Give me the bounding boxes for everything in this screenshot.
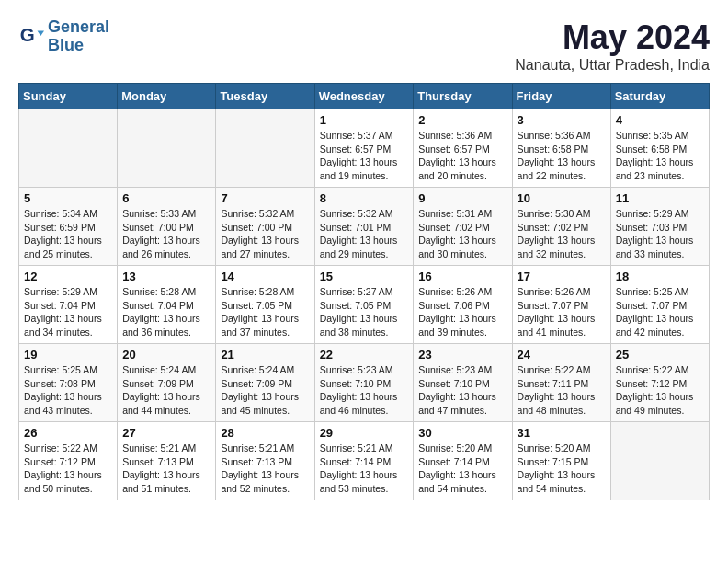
calendar-cell: 6Sunrise: 5:33 AM Sunset: 7:00 PM Daylig…: [118, 188, 216, 266]
day-info: Sunrise: 5:25 AM Sunset: 7:08 PM Dayligh…: [24, 363, 112, 418]
calendar-cell: 21Sunrise: 5:24 AM Sunset: 7:09 PM Dayli…: [216, 344, 314, 422]
month-title: May 2024: [515, 18, 710, 57]
day-number: 31: [518, 426, 606, 440]
calendar-cell: 28Sunrise: 5:21 AM Sunset: 7:13 PM Dayli…: [216, 422, 314, 500]
calendar-cell: [610, 422, 709, 500]
weekday-header-row: SundayMondayTuesdayWednesdayThursdayFrid…: [19, 84, 710, 109]
day-number: 10: [518, 191, 606, 205]
day-number: 16: [418, 270, 506, 283]
day-info: Sunrise: 5:36 AM Sunset: 6:58 PM Dayligh…: [518, 129, 606, 183]
calendar-cell: 12Sunrise: 5:29 AM Sunset: 7:04 PM Dayli…: [19, 266, 118, 344]
logo-blue: Blue: [48, 37, 109, 55]
day-number: 11: [616, 191, 704, 205]
calendar-cell: 15Sunrise: 5:27 AM Sunset: 7:05 PM Dayli…: [314, 266, 414, 344]
day-info: Sunrise: 5:32 AM Sunset: 7:00 PM Dayligh…: [221, 207, 309, 261]
day-info: Sunrise: 5:26 AM Sunset: 7:07 PM Dayligh…: [518, 285, 606, 339]
day-number: 3: [518, 113, 606, 127]
day-info: Sunrise: 5:21 AM Sunset: 7:13 PM Dayligh…: [221, 442, 309, 496]
calendar-cell: 18Sunrise: 5:25 AM Sunset: 7:07 PM Dayli…: [610, 266, 709, 344]
calendar-cell: 17Sunrise: 5:26 AM Sunset: 7:07 PM Dayli…: [512, 266, 610, 344]
day-info: Sunrise: 5:34 AM Sunset: 6:59 PM Dayligh…: [24, 207, 112, 261]
day-info: Sunrise: 5:26 AM Sunset: 7:06 PM Dayligh…: [418, 285, 506, 339]
day-number: 2: [418, 113, 506, 127]
day-number: 5: [24, 191, 112, 205]
calendar-cell: 24Sunrise: 5:22 AM Sunset: 7:11 PM Dayli…: [512, 344, 610, 422]
day-info: Sunrise: 5:36 AM Sunset: 6:57 PM Dayligh…: [418, 129, 506, 183]
calendar-cell: 14Sunrise: 5:28 AM Sunset: 7:05 PM Dayli…: [216, 266, 314, 344]
calendar-cell: 1Sunrise: 5:37 AM Sunset: 6:57 PM Daylig…: [314, 109, 414, 188]
weekday-header: Sunday: [19, 84, 118, 109]
day-number: 27: [122, 426, 210, 440]
calendar-cell: 30Sunrise: 5:20 AM Sunset: 7:14 PM Dayli…: [414, 422, 512, 500]
day-number: 26: [24, 426, 112, 440]
day-number: 15: [320, 270, 409, 283]
day-number: 1: [320, 113, 409, 127]
day-info: Sunrise: 5:31 AM Sunset: 7:02 PM Dayligh…: [418, 207, 506, 261]
calendar-week-row: 5Sunrise: 5:34 AM Sunset: 6:59 PM Daylig…: [19, 188, 710, 266]
svg-text:G: G: [20, 24, 35, 45]
calendar-cell: 13Sunrise: 5:28 AM Sunset: 7:04 PM Dayli…: [118, 266, 216, 344]
calendar-cell: 3Sunrise: 5:36 AM Sunset: 6:58 PM Daylig…: [512, 109, 610, 188]
calendar-cell: [118, 109, 216, 188]
weekday-header: Thursday: [414, 84, 512, 109]
logo-icon: G: [18, 24, 44, 50]
calendar-cell: 16Sunrise: 5:26 AM Sunset: 7:06 PM Dayli…: [414, 266, 512, 344]
day-number: 9: [418, 191, 506, 205]
day-number: 18: [616, 270, 704, 283]
day-info: Sunrise: 5:37 AM Sunset: 6:57 PM Dayligh…: [320, 129, 409, 183]
calendar-cell: 11Sunrise: 5:29 AM Sunset: 7:03 PM Dayli…: [610, 188, 709, 266]
weekday-header: Saturday: [610, 84, 709, 109]
day-info: Sunrise: 5:24 AM Sunset: 7:09 PM Dayligh…: [221, 363, 309, 418]
calendar-week-row: 12Sunrise: 5:29 AM Sunset: 7:04 PM Dayli…: [19, 266, 710, 344]
day-info: Sunrise: 5:22 AM Sunset: 7:12 PM Dayligh…: [24, 442, 112, 496]
calendar-cell: [19, 109, 118, 188]
day-info: Sunrise: 5:28 AM Sunset: 7:05 PM Dayligh…: [221, 285, 309, 339]
calendar-week-row: 19Sunrise: 5:25 AM Sunset: 7:08 PM Dayli…: [19, 344, 710, 422]
day-number: 19: [24, 348, 112, 362]
calendar-cell: [216, 109, 314, 188]
day-number: 4: [616, 113, 704, 127]
day-number: 22: [320, 348, 409, 362]
calendar-cell: 8Sunrise: 5:32 AM Sunset: 7:01 PM Daylig…: [314, 188, 414, 266]
calendar-week-row: 1Sunrise: 5:37 AM Sunset: 6:57 PM Daylig…: [19, 109, 710, 188]
logo-general: General: [48, 17, 109, 36]
day-number: 25: [616, 348, 704, 362]
day-info: Sunrise: 5:29 AM Sunset: 7:04 PM Dayligh…: [24, 285, 112, 339]
day-number: 14: [221, 270, 309, 283]
day-info: Sunrise: 5:21 AM Sunset: 7:13 PM Dayligh…: [122, 442, 210, 496]
calendar-cell: 27Sunrise: 5:21 AM Sunset: 7:13 PM Dayli…: [118, 422, 216, 500]
day-number: 20: [122, 348, 210, 362]
calendar-cell: 5Sunrise: 5:34 AM Sunset: 6:59 PM Daylig…: [19, 188, 118, 266]
logo-text: General Blue: [48, 18, 109, 55]
calendar-cell: 26Sunrise: 5:22 AM Sunset: 7:12 PM Dayli…: [19, 422, 118, 500]
day-info: Sunrise: 5:28 AM Sunset: 7:04 PM Dayligh…: [122, 285, 210, 339]
calendar-cell: 25Sunrise: 5:22 AM Sunset: 7:12 PM Dayli…: [610, 344, 709, 422]
day-number: 7: [221, 191, 309, 205]
day-number: 30: [418, 426, 506, 440]
day-number: 13: [122, 270, 210, 283]
logo: G General Blue: [18, 18, 109, 55]
calendar-cell: 9Sunrise: 5:31 AM Sunset: 7:02 PM Daylig…: [414, 188, 512, 266]
day-number: 6: [122, 191, 210, 205]
day-info: Sunrise: 5:21 AM Sunset: 7:14 PM Dayligh…: [320, 442, 409, 496]
day-info: Sunrise: 5:35 AM Sunset: 6:58 PM Dayligh…: [616, 129, 704, 183]
weekday-header: Tuesday: [216, 84, 314, 109]
day-info: Sunrise: 5:22 AM Sunset: 7:12 PM Dayligh…: [616, 363, 704, 418]
day-info: Sunrise: 5:23 AM Sunset: 7:10 PM Dayligh…: [418, 363, 506, 418]
calendar-week-row: 26Sunrise: 5:22 AM Sunset: 7:12 PM Dayli…: [19, 422, 710, 500]
day-number: 29: [320, 426, 409, 440]
day-info: Sunrise: 5:20 AM Sunset: 7:14 PM Dayligh…: [418, 442, 506, 496]
day-info: Sunrise: 5:24 AM Sunset: 7:09 PM Dayligh…: [122, 363, 210, 418]
day-number: 21: [221, 348, 309, 362]
calendar-cell: 2Sunrise: 5:36 AM Sunset: 6:57 PM Daylig…: [414, 109, 512, 188]
day-number: 28: [221, 426, 309, 440]
calendar-cell: 23Sunrise: 5:23 AM Sunset: 7:10 PM Dayli…: [414, 344, 512, 422]
day-info: Sunrise: 5:32 AM Sunset: 7:01 PM Dayligh…: [320, 207, 409, 261]
day-number: 8: [320, 191, 409, 205]
day-info: Sunrise: 5:22 AM Sunset: 7:11 PM Dayligh…: [518, 363, 606, 418]
calendar: SundayMondayTuesdayWednesdayThursdayFrid…: [18, 83, 710, 500]
title-block: May 2024 Nanauta, Uttar Pradesh, India: [515, 18, 710, 74]
calendar-cell: 7Sunrise: 5:32 AM Sunset: 7:00 PM Daylig…: [216, 188, 314, 266]
day-number: 24: [518, 348, 606, 362]
weekday-header: Monday: [118, 84, 216, 109]
